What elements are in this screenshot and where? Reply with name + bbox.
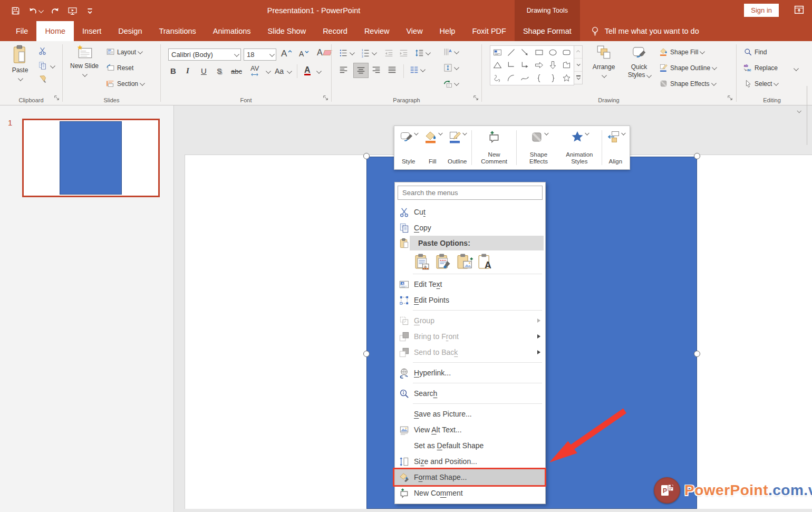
replace-chevron[interactable] xyxy=(794,66,798,71)
rounded-rectangle-icon[interactable] xyxy=(560,46,574,59)
tab-record[interactable]: Record xyxy=(314,21,356,41)
align-center-button[interactable] xyxy=(354,63,368,78)
undo-icon[interactable] xyxy=(28,6,43,16)
change-case-button[interactable]: Aa xyxy=(275,67,284,75)
curve-icon[interactable] xyxy=(518,72,532,85)
character-spacing-chevron[interactable] xyxy=(266,69,270,73)
paste-as-picture-icon[interactable] xyxy=(456,253,473,270)
new-slide-button[interactable]: New Slide xyxy=(68,44,101,78)
sign-in-button[interactable]: Sign in xyxy=(744,4,779,17)
find-button[interactable]: Find xyxy=(743,47,767,56)
arrow-icon[interactable] xyxy=(518,46,532,59)
resize-handle-top-right[interactable] xyxy=(694,153,700,159)
font-color-chevron[interactable] xyxy=(316,69,321,73)
copy-icon[interactable] xyxy=(38,61,47,72)
paste-keep-source-formatting-icon[interactable] xyxy=(435,253,452,270)
font-color-button[interactable]: A xyxy=(304,66,311,75)
shape-gallery-scrollbar[interactable] xyxy=(574,45,583,84)
layout-button[interactable]: Layout xyxy=(106,47,142,56)
tab-design[interactable]: Design xyxy=(110,21,150,41)
font-name-combo[interactable]: Calibri (Body) xyxy=(168,49,241,61)
justify-button[interactable] xyxy=(388,65,397,74)
clear-formatting-button[interactable]: A xyxy=(317,48,331,57)
format-painter-icon[interactable] xyxy=(38,75,47,86)
reset-button[interactable]: Reset xyxy=(106,63,133,72)
right-brace-icon[interactable] xyxy=(546,72,559,85)
elbow-connector-icon[interactable] xyxy=(504,59,518,72)
replace-button[interactable]: abac Replace xyxy=(743,63,778,72)
redo-icon[interactable] xyxy=(50,6,60,16)
freeform-icon[interactable] xyxy=(560,59,574,72)
decrease-indent-button[interactable] xyxy=(384,49,393,57)
triangle-icon[interactable] xyxy=(490,59,504,72)
scribble-icon[interactable] xyxy=(490,72,504,85)
slide-thumbnail[interactable] xyxy=(22,119,160,197)
text-shadow-button[interactable]: S xyxy=(217,66,222,75)
arrange-button[interactable]: Arrange xyxy=(587,44,620,79)
menu-item-format-shape[interactable]: Format Shape... xyxy=(395,469,545,485)
strikethrough-button[interactable]: abc xyxy=(231,67,242,75)
gallery-scroll-down-icon[interactable] xyxy=(574,58,582,71)
change-case-chevron[interactable] xyxy=(287,69,292,73)
mini-toolbar-new-comment-button[interactable]: New Comment xyxy=(473,129,514,166)
drawing-dialog-launcher-icon[interactable] xyxy=(727,93,733,103)
menu-item-edit-text[interactable]: AEdit Text xyxy=(395,276,545,292)
arc-icon[interactable] xyxy=(504,72,518,85)
underline-button[interactable]: U xyxy=(201,66,207,75)
select-button[interactable]: Select xyxy=(743,79,778,88)
tab-home[interactable]: Home xyxy=(36,21,74,41)
customize-qat-icon[interactable] xyxy=(85,6,95,16)
menu-search-input[interactable] xyxy=(398,186,543,200)
menu-item-set-as-default-shape[interactable]: Set as Default Shape xyxy=(395,438,545,453)
quick-styles-button[interactable]: Quick Styles xyxy=(623,44,655,79)
align-left-button[interactable] xyxy=(339,65,348,74)
mini-toolbar-style-button[interactable]: Style xyxy=(397,129,421,166)
tab-slide-show[interactable]: Slide Show xyxy=(259,21,315,41)
copy-dropdown-chevron[interactable] xyxy=(50,63,55,68)
paragraph-dialog-launcher-icon[interactable] xyxy=(473,93,479,103)
menu-item-hyperlink[interactable]: Hyperlink... xyxy=(395,365,545,381)
menu-item-cut[interactable]: Cut xyxy=(395,204,545,220)
tab-review[interactable]: Review xyxy=(356,21,398,41)
resize-handle-top-left[interactable] xyxy=(363,153,370,159)
tab-file[interactable]: File xyxy=(7,21,36,41)
font-dialog-launcher-icon[interactable] xyxy=(323,93,328,103)
menu-item-view-alt-text[interactable]: View Alt Text... xyxy=(395,422,545,438)
line-spacing-button[interactable] xyxy=(415,49,430,57)
line-icon[interactable] xyxy=(504,46,518,59)
align-right-button[interactable] xyxy=(372,65,381,74)
tab-shape-format[interactable]: Shape Format xyxy=(520,21,575,41)
tab-help[interactable]: Help xyxy=(431,21,464,41)
start-from-beginning-icon[interactable] xyxy=(67,6,78,16)
tab-foxit-pdf[interactable]: Foxit PDF xyxy=(463,21,514,41)
elbow-arrow-connector-icon[interactable] xyxy=(518,59,532,72)
paste-use-destination-theme-icon[interactable]: a xyxy=(414,253,431,270)
columns-button[interactable] xyxy=(410,65,424,74)
tab-transitions[interactable]: Transitions xyxy=(150,21,204,41)
rectangle-icon[interactable] xyxy=(532,46,546,59)
increase-indent-button[interactable] xyxy=(399,49,408,57)
collapse-ribbon-chevron[interactable] xyxy=(797,105,800,115)
ribbon-display-options-icon[interactable] xyxy=(794,5,805,17)
resize-handle-middle-right[interactable] xyxy=(694,351,700,357)
mini-toolbar-outline-button[interactable]: Outline xyxy=(444,129,470,166)
bullets-button[interactable] xyxy=(339,49,354,57)
gallery-more-icon[interactable] xyxy=(574,71,582,84)
paste-button[interactable]: Paste xyxy=(6,44,34,82)
text-box-icon[interactable] xyxy=(490,46,504,59)
mini-toolbar-shape-effects-button[interactable]: Shape Effects xyxy=(518,129,559,166)
right-arrow-icon[interactable] xyxy=(532,59,546,72)
shape-outline-button[interactable]: Shape Outline xyxy=(659,63,716,72)
clipboard-dialog-launcher-icon[interactable] xyxy=(54,93,60,103)
menu-item-search[interactable]: Search xyxy=(395,385,545,401)
mini-toolbar-align-button[interactable]: Align xyxy=(604,129,628,166)
italic-button[interactable]: I xyxy=(186,66,189,75)
shape-fill-button[interactable]: Shape Fill xyxy=(659,47,704,56)
section-button[interactable]: Section xyxy=(106,79,144,88)
align-text-button[interactable] xyxy=(443,63,458,72)
mini-toolbar-fill-button[interactable]: Fill xyxy=(421,129,445,166)
shape-effects-button[interactable]: Shape Effects xyxy=(659,79,715,88)
gallery-scroll-up-icon[interactable] xyxy=(574,46,582,58)
left-brace-icon[interactable] xyxy=(532,72,546,85)
font-size-combo[interactable]: 18 xyxy=(244,49,276,61)
